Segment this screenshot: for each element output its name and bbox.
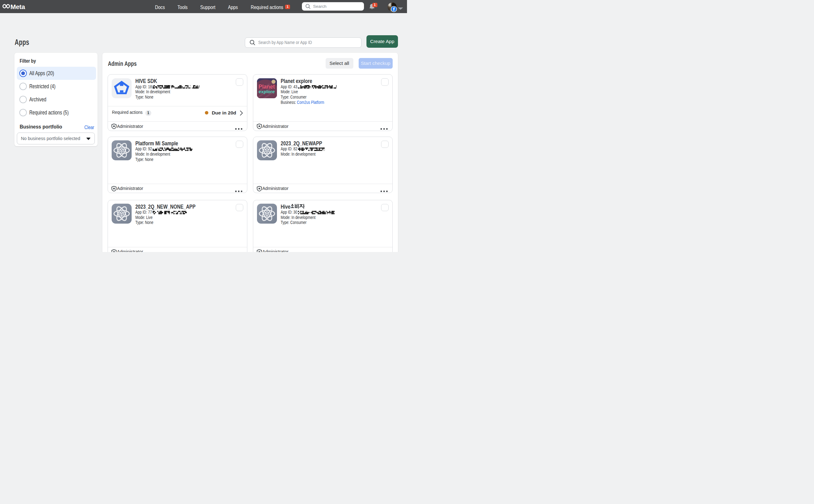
svg-text:explore: explore — [259, 89, 275, 94]
svg-text:Meta: Meta — [11, 3, 25, 10]
svg-text:Planet: Planet — [258, 83, 275, 90]
